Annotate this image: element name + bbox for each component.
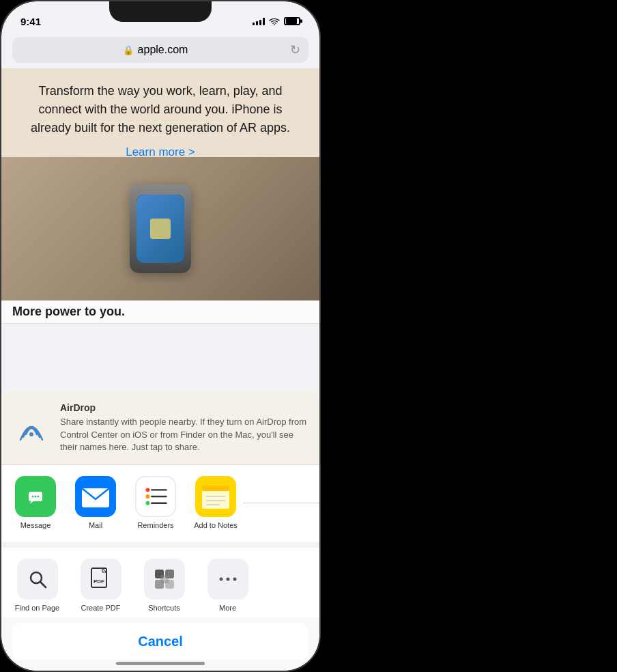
battery-icon xyxy=(284,17,300,25)
svg-point-0 xyxy=(274,25,275,26)
svg-line-25 xyxy=(40,582,46,587)
notes-icon xyxy=(195,476,236,517)
connector-line xyxy=(243,503,319,503)
shortcuts-label: Shortcuts xyxy=(148,604,180,612)
app-row: Message Mail xyxy=(1,465,319,535)
airdrop-section: AirDrop Share instantly with people near… xyxy=(1,391,319,465)
bar3 xyxy=(259,20,261,25)
bar1 xyxy=(253,23,255,25)
web-content: Transform the way you work, learn, play,… xyxy=(1,68,319,300)
share-mail-item[interactable]: Mail xyxy=(68,476,123,529)
notch xyxy=(109,1,212,22)
share-message-item[interactable]: Message xyxy=(8,476,63,529)
reminders-label: Reminders xyxy=(137,521,173,529)
cancel-label: Cancel xyxy=(138,634,183,649)
find-icon xyxy=(17,559,58,600)
airdrop-description: Share instantly with people nearby. If t… xyxy=(60,416,308,453)
create-pdf-label: Create PDF xyxy=(81,604,120,612)
web-headline: Transform the way you work, learn, play,… xyxy=(22,82,299,137)
bar2 xyxy=(256,21,258,25)
status-icons xyxy=(253,17,300,25)
airdrop-icon xyxy=(12,408,51,447)
home-indicator xyxy=(116,662,205,665)
svg-point-6 xyxy=(32,496,34,498)
more-power-text: More power to you. xyxy=(12,305,125,318)
svg-point-2 xyxy=(29,432,33,436)
svg-rect-32 xyxy=(160,575,169,583)
svg-point-33 xyxy=(219,578,223,581)
mail-label: Mail xyxy=(89,521,102,529)
web-image-area xyxy=(1,157,319,300)
airdrop-text: AirDrop Share instantly with people near… xyxy=(60,402,308,453)
svg-point-35 xyxy=(233,578,236,581)
shortcuts-item[interactable]: Shortcuts xyxy=(135,559,193,612)
svg-text:PDF: PDF xyxy=(94,578,104,585)
battery-fill xyxy=(286,18,297,24)
more-icon xyxy=(207,559,248,600)
svg-point-14 xyxy=(146,494,150,499)
phone-screen: 9:41 xyxy=(1,1,319,671)
svg-point-16 xyxy=(146,501,150,505)
signal-icon xyxy=(253,17,265,25)
reminders-icon xyxy=(135,476,176,517)
mail-icon xyxy=(75,476,116,517)
share-notes-item[interactable]: Add to Notes xyxy=(188,476,243,529)
phone-frame: 9:41 xyxy=(0,0,321,672)
svg-point-7 xyxy=(35,496,37,498)
scroll-indicator-container xyxy=(1,535,319,542)
section-divider xyxy=(1,542,319,548)
share-sheet: AirDrop Share instantly with people near… xyxy=(1,391,319,671)
create-pdf-item[interactable]: PDF Create PDF xyxy=(72,559,130,612)
cancel-button[interactable]: Cancel xyxy=(12,623,308,660)
message-icon xyxy=(15,476,56,517)
more-power-banner: More power to you. xyxy=(1,300,319,324)
shortcuts-icon xyxy=(144,559,185,600)
url-bar-content: 🔒 apple.com xyxy=(20,44,290,56)
phone-hand-graphic xyxy=(130,184,191,273)
refresh-icon[interactable]: ↻ xyxy=(290,42,300,57)
status-time: 9:41 xyxy=(20,16,41,27)
notes-label: Add to Notes xyxy=(194,521,238,529)
svg-point-12 xyxy=(146,488,150,492)
inner-screen xyxy=(137,195,184,263)
ar-object xyxy=(150,219,171,239)
ar-display xyxy=(137,195,184,263)
pdf-icon: PDF xyxy=(81,559,121,600)
svg-point-8 xyxy=(38,496,40,498)
lock-icon: 🔒 xyxy=(123,45,134,55)
find-on-page-label: Find on Page xyxy=(15,604,59,612)
more-label: More xyxy=(219,604,236,612)
airdrop-title: AirDrop xyxy=(60,402,96,413)
bar4 xyxy=(263,18,265,25)
action-row: Find on Page PDF Create PDF xyxy=(1,548,319,617)
url-text: apple.com xyxy=(138,44,188,56)
more-item[interactable]: More xyxy=(199,559,257,612)
find-on-page-item[interactable]: Find on Page xyxy=(8,559,66,612)
share-reminders-item[interactable]: Reminders xyxy=(128,476,183,529)
svg-rect-20 xyxy=(202,486,229,491)
url-bar[interactable]: 🔒 apple.com ↻ xyxy=(12,37,308,63)
wifi-icon xyxy=(269,17,280,25)
svg-point-34 xyxy=(226,578,229,581)
message-label: Message xyxy=(20,521,51,529)
